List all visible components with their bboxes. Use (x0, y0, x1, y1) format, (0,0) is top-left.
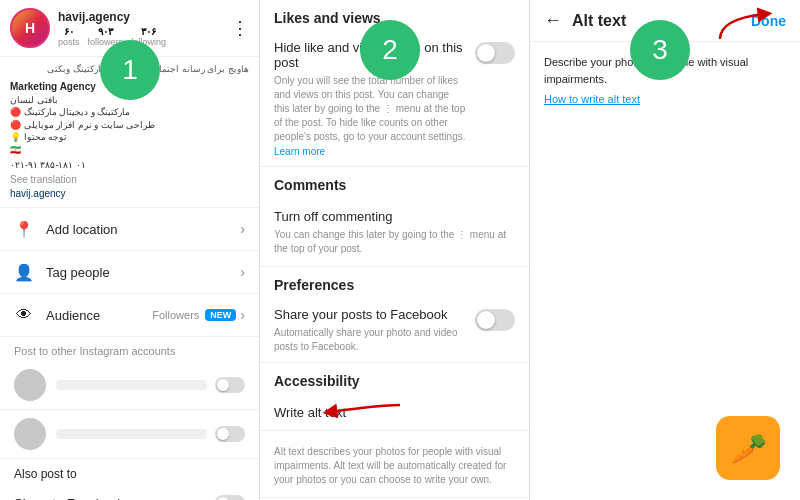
arrow-annotation-3 (710, 4, 780, 47)
carrot-emoji: 🥕 (730, 431, 767, 466)
profile-link[interactable]: havij.agency (10, 187, 249, 201)
add-location-label: Add location (46, 222, 240, 237)
chevron-right-icon: › (240, 264, 245, 280)
account-avatar (14, 418, 46, 450)
share-fb-text: Share to Facebook (14, 496, 215, 500)
step-circle-3: 3 (630, 20, 690, 80)
comments-section: Comments (260, 167, 529, 199)
menu-item-tag-people[interactable]: 👤 Tag people › (0, 251, 259, 294)
eye-icon: 👁 (14, 305, 34, 325)
bio-line3: 🔴 طراحی سایت و نرم افزار موبایلی (10, 119, 249, 132)
how-to-link[interactable]: How to write alt text (544, 91, 786, 108)
share-fb-p2-toggle[interactable] (475, 309, 515, 331)
share-fb-p2-label: Share your posts to Facebook (274, 307, 467, 322)
share-fb-content: Share your posts to Facebook Automatical… (274, 307, 467, 354)
phone-number: ۰۲۱-۹۱ ۳۸۵-۱۸۱ ۰۱ (10, 159, 249, 172)
accessibility-section: Accessibility (260, 363, 529, 395)
post-to-other-label: Post to other Instagram accounts (0, 337, 259, 361)
accessibility-title: Accessibility (274, 373, 515, 389)
menu-item-audience[interactable]: 👁 Audience Followers NEW › (0, 294, 259, 337)
audience-right: Followers NEW (152, 309, 236, 321)
share-fb-toggle[interactable] (215, 495, 245, 500)
carrot-app-icon: 🥕 (716, 416, 780, 480)
followers-text: Followers (152, 309, 199, 321)
hide-likes-toggle[interactable] (475, 42, 515, 64)
person-icon: 👤 (14, 262, 34, 282)
account-avatar (14, 369, 46, 401)
step-circle-1: 1 (100, 40, 160, 100)
bio-line4: 💡 توجه محتوا (10, 131, 249, 144)
account-toggle-2[interactable] (215, 426, 245, 442)
more-options-icon[interactable]: ⋮ (231, 17, 249, 39)
write-alt-container: Write alt text Alt text describes your p… (260, 395, 529, 498)
audience-label: Audience (46, 308, 152, 323)
preferences-section: Preferences (260, 267, 529, 299)
hide-likes-desc: Only you will see the total number of li… (274, 74, 467, 144)
write-alt-desc-item: Alt text describes your photos for peopl… (260, 431, 529, 498)
write-alt-desc: Alt text describes your photos for peopl… (274, 445, 515, 487)
comments-title: Comments (274, 177, 515, 193)
avatar: H (10, 8, 50, 48)
preferences-title: Preferences (274, 277, 515, 293)
tag-people-label: Tag people (46, 265, 240, 280)
share-fb-p2-desc: Automatically share your photo and video… (274, 326, 467, 354)
chevron-right-icon: › (240, 221, 245, 237)
share-facebook-row: Share to Facebook (0, 485, 259, 500)
menu-item-location[interactable]: 📍 Add location › (0, 208, 259, 251)
learn-more-link[interactable]: Learn more (274, 146, 325, 157)
panel-1: 1 H havij.agency ۶۰ posts ۹۰۳ followers … (0, 0, 260, 500)
posts-stat: ۶۰ posts (58, 26, 80, 47)
turn-off-label: Turn off commenting (274, 209, 515, 224)
arrow-annotation-2 (320, 397, 410, 430)
panel-3: 3 ← Alt text Done Describe your photo fo… (530, 0, 800, 500)
account-toggle-1[interactable] (215, 377, 245, 393)
chevron-right-icon: › (240, 307, 245, 323)
new-badge: NEW (205, 309, 236, 321)
username: havij.agency (58, 10, 231, 24)
see-translation[interactable]: See translation (10, 173, 249, 187)
back-button[interactable]: ← (544, 10, 562, 31)
account-item-1 (0, 361, 259, 410)
bio-flags: 🇮🇷 (10, 144, 249, 157)
step-circle-2: 2 (360, 20, 420, 80)
panel-2: 2 Likes and views Hide like and view cou… (260, 0, 530, 500)
turn-off-commenting-item: Turn off commenting You can change this … (260, 199, 529, 267)
turn-off-desc: You can change this later by going to th… (274, 228, 515, 256)
share-fb-row-p2: Share your posts to Facebook Automatical… (260, 299, 529, 363)
profile-info: havij.agency ۶۰ posts ۹۰۳ followers ۳۰۶ … (58, 10, 231, 47)
account-item-2 (0, 410, 259, 459)
also-post-label: Also post to (0, 459, 259, 485)
location-icon: 📍 (14, 219, 34, 239)
bio-line2: 🔴 مارکتینگ و دیجیتال مارکتینگ (10, 106, 249, 119)
